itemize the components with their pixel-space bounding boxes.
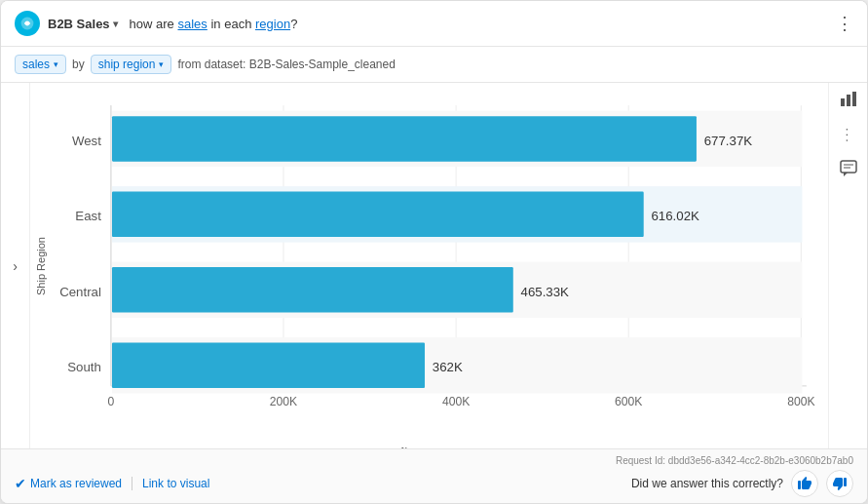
left-expand-arrow[interactable]: › [13,258,18,274]
left-sidebar: › [1,83,30,448]
svg-text:600K: 600K [615,395,642,408]
query-region: region [255,17,290,31]
svg-rect-31 [798,481,801,489]
mark-as-reviewed-button[interactable]: ✔ Mark as reviewed [15,476,122,491]
link-to-visual-button[interactable]: Link to visual [142,477,209,490]
more-menu-button[interactable]: ⋮ [836,15,853,32]
svg-rect-32 [844,478,847,486]
app-name-chevron[interactable]: ▾ [113,19,118,29]
comment-icon[interactable] [840,160,857,181]
svg-text:616.02K: 616.02K [651,210,699,224]
query-sales: sales [177,17,207,31]
sales-pill-chevron: ▾ [54,59,58,69]
sales-pill[interactable]: sales ▾ [15,55,66,74]
app-name: B2B Sales ▾ [48,17,118,31]
svg-text:465.33K: 465.33K [521,285,570,299]
query-text: how are sales in each region? [130,17,298,31]
svg-text:677.37K: 677.37K [704,134,753,148]
y-axis-label-container: Ship Region [30,83,52,448]
header: B2B Sales ▾ how are sales in each region… [1,1,867,47]
right-panel: ··· [828,83,867,448]
thumbs-up-button[interactable] [791,470,818,497]
main-content: › Ship Region [1,83,867,448]
filter-bar: sales ▾ by ship region ▾ from dataset: B… [1,47,867,83]
svg-rect-26 [847,95,850,106]
chart-svg-wrapper: 677.37K West 616.02K East 465.33K Centra… [52,93,828,442]
svg-text:West: West [72,134,101,148]
bar-chart: 677.37K West 616.02K East 465.33K Centra… [52,93,828,442]
dataset-label: from dataset: B2B-Sales-Sample_cleaned [177,58,395,71]
bottom-bar: Request Id: dbdd3e56-a342-4cc2-8b2b-e306… [1,448,867,503]
main-container: B2B Sales ▾ how are sales in each region… [0,0,868,504]
svg-text:South: South [67,360,101,374]
x-axis-chevron[interactable]: ▾ [475,447,480,448]
svg-text:400K: 400K [442,395,470,408]
y-axis-label: Ship Region [35,237,47,295]
check-icon: ✔ [15,476,26,491]
sort-icon[interactable]: ⇅ [399,446,409,448]
svg-text:Central: Central [59,285,101,299]
bar-central[interactable] [112,267,513,312]
bottom-left-actions: ✔ Mark as reviewed Link to visual [15,476,209,491]
app-logo [15,11,40,36]
divider [132,477,132,490]
svg-rect-27 [852,92,856,106]
chart-area: 677.37K West 616.02K East 465.33K Centra… [52,83,828,448]
svg-text:362K: 362K [433,360,463,374]
svg-text:0: 0 [107,395,114,408]
ship-region-chevron: ▾ [159,59,164,69]
more-options-icon[interactable]: ··· [841,128,855,144]
by-label: by [72,58,85,71]
ship-region-pill[interactable]: ship region ▾ [91,55,172,74]
bar-west[interactable] [112,116,697,161]
x-axis-label: ⇅ Sales(SUM) ▾ [52,442,828,448]
bar-south[interactable] [112,343,425,388]
answer-question-label: Did we answer this correctly? [631,477,783,490]
bar-east[interactable] [112,192,644,237]
thumbs-down-button[interactable] [826,470,853,497]
svg-rect-28 [841,161,856,173]
bottom-right-actions: Did we answer this correctly? [631,470,853,497]
svg-text:800K: 800K [787,395,814,408]
svg-text:East: East [75,210,101,224]
chart-icon[interactable] [840,91,857,112]
bottom-actions: ✔ Mark as reviewed Link to visual Did we… [15,470,853,497]
svg-rect-25 [841,98,845,106]
svg-text:200K: 200K [270,395,297,408]
request-id: Request Id: dbdd3e56-a342-4cc2-8b2b-e306… [15,455,853,466]
